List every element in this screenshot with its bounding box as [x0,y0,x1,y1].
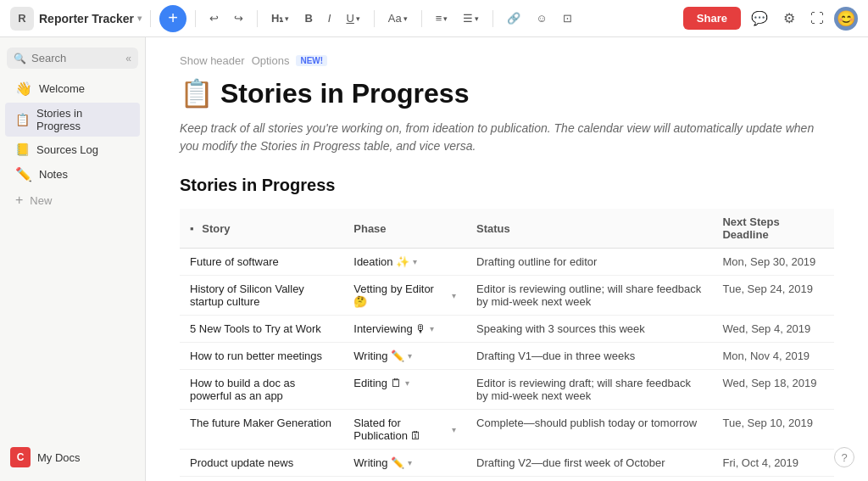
help-button[interactable]: ? [834,447,854,467]
cell-story: How to build a doc as powerful as an app [180,370,343,410]
sidebar-item-label: Welcome [39,82,130,95]
page-description: Keep track of all stories you're working… [180,120,834,155]
heading-button[interactable]: H₁ ▾ [266,8,294,28]
font-button[interactable]: Aa ▾ [383,8,413,28]
show-header-link[interactable]: Show header [180,54,245,67]
fullscreen-button[interactable]: ⛶ [805,8,829,30]
table-header-row: ▪ Story Phase Status Next Steps Deadline [180,209,834,249]
toolbar-separator-2 [195,10,196,27]
sidebar-item-sources[interactable]: 📒 Sources Log ••• [5,138,140,160]
cell-phase: Editing 🗒 ▾ [343,370,466,410]
search-input[interactable] [31,52,120,64]
sidebar-item-stories[interactable]: 📋 Stories in Progress ••• [5,103,140,137]
cell-status: Speaking with 3 sources this week [466,316,712,343]
cell-status: Editor is reviewing outline; will share … [466,276,712,316]
cell-status: Editor is reviewing draft; will share fe… [466,370,712,410]
cell-deadline: Tue, Sep 10, 2019 [712,410,834,450]
bold-button[interactable]: B [299,8,317,28]
new-badge: NEW! [296,55,327,66]
my-docs-icon: C [10,447,31,467]
toolbar-left: R Reporter Tracker ▾ + ↩ ↪ H₁ ▾ B I U ▾ … [10,5,577,32]
cell-deadline: Wed, Sep 18, 2019 [712,370,834,410]
link-button[interactable]: 🔗 [502,8,526,28]
layout: 🔍 « 👋 Welcome 📋 Stories in Progress ••• … [0,37,868,481]
cell-status: Complete—should publish today or tomorro… [466,410,712,450]
phase-dropdown-icon[interactable]: ▾ [405,378,409,388]
cell-phase: Slated for Publication 🗓 ▾ [343,410,466,450]
phase-dropdown-icon[interactable]: ▾ [413,257,417,266]
phase-dropdown-icon[interactable]: ▾ [452,425,456,434]
page-title: 📋 Stories in Progress [180,77,834,109]
app-logo: R [10,7,34,31]
table-row: 5 New Tools to Try at Work Interviewing … [180,316,834,343]
sidebar-collapse-icon[interactable]: « [125,53,131,64]
phase-dropdown-icon[interactable]: ▾ [408,458,412,467]
list-button[interactable]: ☰ ▾ [458,8,484,28]
phase-dropdown-icon[interactable]: ▾ [408,351,412,361]
undo-button[interactable]: ↩ [204,8,224,28]
sidebar-bottom: C My Docs [0,440,145,474]
sidebar-search[interactable]: 🔍 « [7,48,138,69]
cell-phase: Ideation ✨ ▾ [343,249,466,276]
cell-status: Drafting V2—due first week of October [466,450,712,477]
cell-story: The future Maker Generation [180,410,343,450]
redo-button[interactable]: ↪ [229,8,248,28]
sidebar-new-button[interactable]: + New [5,188,140,212]
phase-dropdown-icon[interactable]: ▾ [452,291,456,300]
stories-table: ▪ Story Phase Status Next Steps Deadline… [180,209,834,477]
toolbar-separator-5 [421,10,422,27]
my-docs-label: My Docs [37,451,81,464]
table-row: How to run better meetings Writing ✏️ ▾ … [180,343,834,370]
sidebar: 🔍 « 👋 Welcome 📋 Stories in Progress ••• … [0,37,146,481]
cell-story: 5 New Tools to Try at Work [180,316,343,343]
toolbar: R Reporter Tracker ▾ + ↩ ↪ H₁ ▾ B I U ▾ … [0,0,868,37]
toolbar-separator-4 [374,10,375,27]
add-button[interactable]: + [159,5,186,32]
align-button[interactable]: ≡ ▾ [431,8,453,28]
cell-deadline: Fri, Oct 4, 2019 [712,450,834,477]
welcome-icon: 👋 [15,81,32,97]
cell-phase: Writing ✏️ ▾ [343,343,466,370]
table-row: How to build a doc as powerful as an app… [180,370,834,410]
phase-dropdown-icon[interactable]: ▾ [430,324,434,333]
table-row: The future Maker Generation Slated for P… [180,410,834,450]
sidebar-item-notes[interactable]: ✏️ Notes [5,162,140,187]
cell-deadline: Wed, Sep 4, 2019 [712,316,834,343]
stories-section-title: Stories in Progress [180,176,834,195]
sidebar-item-label: Stories in Progress [36,107,112,132]
cell-deadline: Mon, Nov 4, 2019 [712,343,834,370]
cell-status: Drafting V1—due in three weeks [466,343,712,370]
title-chevron-icon: ▾ [137,14,142,23]
toolbar-right: Share 💬 ⚙ ⛶ 😊 [683,7,858,31]
share-button[interactable]: Share [683,7,741,30]
col-status: Status [466,209,712,249]
sidebar-item-label: Notes [39,168,130,181]
main-content: Show header Options NEW! 📋 Stories in Pr… [146,37,868,481]
sidebar-item-welcome[interactable]: 👋 Welcome [5,76,140,101]
emoji-button[interactable]: ☺ [531,8,552,28]
underline-button[interactable]: U ▾ [341,8,364,28]
cell-phase: Writing ✏️ ▾ [343,450,466,477]
table-row: Product update news Writing ✏️ ▾ Draftin… [180,450,834,477]
cell-phase: Vetting by Editor 🤔 ▾ [343,276,466,316]
italic-button[interactable]: I [323,8,337,28]
col-phase: Phase [343,209,466,249]
cell-story: Future of software [180,249,343,276]
col-deadline: Next Steps Deadline [712,209,834,249]
plus-icon: + [15,193,23,208]
settings-button[interactable]: ⚙ [778,7,800,30]
sources-icon: 📒 [15,143,30,156]
options-link[interactable]: Options [252,54,290,67]
notes-icon: ✏️ [15,166,32,182]
comments-button[interactable]: 💬 [746,7,773,30]
media-button[interactable]: ⊡ [558,8,577,28]
search-icon: 🔍 [14,53,26,64]
table-row: History of Silicon Valley startup cultur… [180,276,834,316]
toolbar-separator [150,10,151,27]
cell-deadline: Mon, Sep 30, 2019 [712,249,834,276]
table-row: Future of software Ideation ✨ ▾ Drafting… [180,249,834,276]
cell-phase: Interviewing 🎙 ▾ [343,316,466,343]
avatar: 😊 [834,7,858,31]
new-label: New [30,194,52,207]
cell-story: History of Silicon Valley startup cultur… [180,276,343,316]
